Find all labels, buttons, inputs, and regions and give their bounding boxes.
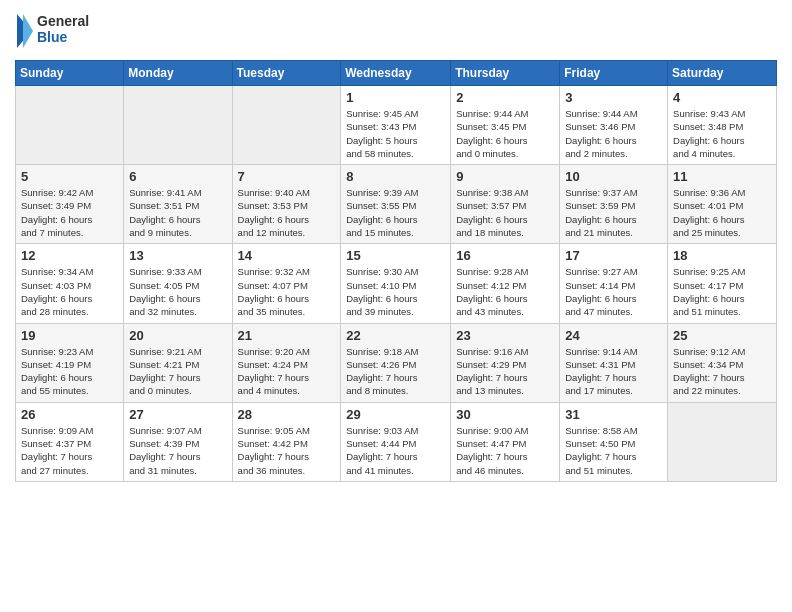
logo: General Blue	[15, 10, 95, 52]
day-detail: Sunrise: 9:18 AM Sunset: 4:26 PM Dayligh…	[346, 345, 445, 398]
day-number: 30	[456, 407, 554, 422]
calendar-cell: 28Sunrise: 9:05 AM Sunset: 4:42 PM Dayli…	[232, 402, 341, 481]
page: General Blue SundayMondayTuesdayWednesda…	[0, 0, 792, 497]
calendar-week-row: 1Sunrise: 9:45 AM Sunset: 3:43 PM Daylig…	[16, 86, 777, 165]
day-number: 22	[346, 328, 445, 343]
day-detail: Sunrise: 9:44 AM Sunset: 3:46 PM Dayligh…	[565, 107, 662, 160]
calendar-cell: 17Sunrise: 9:27 AM Sunset: 4:14 PM Dayli…	[560, 244, 668, 323]
day-detail: Sunrise: 9:37 AM Sunset: 3:59 PM Dayligh…	[565, 186, 662, 239]
day-detail: Sunrise: 9:25 AM Sunset: 4:17 PM Dayligh…	[673, 265, 771, 318]
day-detail: Sunrise: 9:34 AM Sunset: 4:03 PM Dayligh…	[21, 265, 118, 318]
calendar-cell	[16, 86, 124, 165]
day-detail: Sunrise: 9:12 AM Sunset: 4:34 PM Dayligh…	[673, 345, 771, 398]
calendar-cell: 7Sunrise: 9:40 AM Sunset: 3:53 PM Daylig…	[232, 165, 341, 244]
day-number: 13	[129, 248, 226, 263]
day-number: 18	[673, 248, 771, 263]
day-detail: Sunrise: 9:39 AM Sunset: 3:55 PM Dayligh…	[346, 186, 445, 239]
calendar-cell: 1Sunrise: 9:45 AM Sunset: 3:43 PM Daylig…	[341, 86, 451, 165]
day-detail: Sunrise: 9:23 AM Sunset: 4:19 PM Dayligh…	[21, 345, 118, 398]
calendar-cell: 12Sunrise: 9:34 AM Sunset: 4:03 PM Dayli…	[16, 244, 124, 323]
calendar-cell	[124, 86, 232, 165]
day-number: 31	[565, 407, 662, 422]
day-number: 25	[673, 328, 771, 343]
day-detail: Sunrise: 9:03 AM Sunset: 4:44 PM Dayligh…	[346, 424, 445, 477]
day-number: 23	[456, 328, 554, 343]
day-number: 11	[673, 169, 771, 184]
day-number: 21	[238, 328, 336, 343]
day-detail: Sunrise: 9:20 AM Sunset: 4:24 PM Dayligh…	[238, 345, 336, 398]
calendar-cell: 5Sunrise: 9:42 AM Sunset: 3:49 PM Daylig…	[16, 165, 124, 244]
calendar-cell	[668, 402, 777, 481]
day-number: 3	[565, 90, 662, 105]
day-number: 10	[565, 169, 662, 184]
day-number: 1	[346, 90, 445, 105]
calendar-week-row: 5Sunrise: 9:42 AM Sunset: 3:49 PM Daylig…	[16, 165, 777, 244]
day-number: 20	[129, 328, 226, 343]
day-detail: Sunrise: 9:40 AM Sunset: 3:53 PM Dayligh…	[238, 186, 336, 239]
header: General Blue	[15, 10, 777, 52]
day-detail: Sunrise: 9:05 AM Sunset: 4:42 PM Dayligh…	[238, 424, 336, 477]
day-detail: Sunrise: 9:36 AM Sunset: 4:01 PM Dayligh…	[673, 186, 771, 239]
calendar-cell: 9Sunrise: 9:38 AM Sunset: 3:57 PM Daylig…	[451, 165, 560, 244]
day-number: 26	[21, 407, 118, 422]
calendar-cell: 16Sunrise: 9:28 AM Sunset: 4:12 PM Dayli…	[451, 244, 560, 323]
day-number: 24	[565, 328, 662, 343]
calendar-cell: 29Sunrise: 9:03 AM Sunset: 4:44 PM Dayli…	[341, 402, 451, 481]
calendar-cell: 18Sunrise: 9:25 AM Sunset: 4:17 PM Dayli…	[668, 244, 777, 323]
weekday-header-monday: Monday	[124, 61, 232, 86]
calendar-cell: 8Sunrise: 9:39 AM Sunset: 3:55 PM Daylig…	[341, 165, 451, 244]
calendar-cell: 6Sunrise: 9:41 AM Sunset: 3:51 PM Daylig…	[124, 165, 232, 244]
calendar-cell: 25Sunrise: 9:12 AM Sunset: 4:34 PM Dayli…	[668, 323, 777, 402]
day-number: 12	[21, 248, 118, 263]
calendar-week-row: 26Sunrise: 9:09 AM Sunset: 4:37 PM Dayli…	[16, 402, 777, 481]
calendar-cell: 24Sunrise: 9:14 AM Sunset: 4:31 PM Dayli…	[560, 323, 668, 402]
day-detail: Sunrise: 9:41 AM Sunset: 3:51 PM Dayligh…	[129, 186, 226, 239]
day-number: 6	[129, 169, 226, 184]
calendar-cell: 15Sunrise: 9:30 AM Sunset: 4:10 PM Dayli…	[341, 244, 451, 323]
day-number: 17	[565, 248, 662, 263]
calendar-cell: 27Sunrise: 9:07 AM Sunset: 4:39 PM Dayli…	[124, 402, 232, 481]
svg-text:Blue: Blue	[37, 29, 68, 45]
day-detail: Sunrise: 9:42 AM Sunset: 3:49 PM Dayligh…	[21, 186, 118, 239]
calendar-body: 1Sunrise: 9:45 AM Sunset: 3:43 PM Daylig…	[16, 86, 777, 482]
calendar-cell: 20Sunrise: 9:21 AM Sunset: 4:21 PM Dayli…	[124, 323, 232, 402]
day-number: 16	[456, 248, 554, 263]
calendar-cell: 14Sunrise: 9:32 AM Sunset: 4:07 PM Dayli…	[232, 244, 341, 323]
day-detail: Sunrise: 9:44 AM Sunset: 3:45 PM Dayligh…	[456, 107, 554, 160]
day-number: 7	[238, 169, 336, 184]
calendar-cell: 21Sunrise: 9:20 AM Sunset: 4:24 PM Dayli…	[232, 323, 341, 402]
day-number: 29	[346, 407, 445, 422]
day-detail: Sunrise: 9:43 AM Sunset: 3:48 PM Dayligh…	[673, 107, 771, 160]
day-detail: Sunrise: 9:21 AM Sunset: 4:21 PM Dayligh…	[129, 345, 226, 398]
calendar-cell: 11Sunrise: 9:36 AM Sunset: 4:01 PM Dayli…	[668, 165, 777, 244]
calendar-header-row: SundayMondayTuesdayWednesdayThursdayFrid…	[16, 61, 777, 86]
calendar-cell: 22Sunrise: 9:18 AM Sunset: 4:26 PM Dayli…	[341, 323, 451, 402]
calendar-cell	[232, 86, 341, 165]
calendar-cell: 31Sunrise: 8:58 AM Sunset: 4:50 PM Dayli…	[560, 402, 668, 481]
svg-marker-3	[23, 14, 33, 48]
day-number: 27	[129, 407, 226, 422]
day-number: 19	[21, 328, 118, 343]
day-number: 14	[238, 248, 336, 263]
day-detail: Sunrise: 9:16 AM Sunset: 4:29 PM Dayligh…	[456, 345, 554, 398]
calendar-cell: 2Sunrise: 9:44 AM Sunset: 3:45 PM Daylig…	[451, 86, 560, 165]
day-detail: Sunrise: 9:28 AM Sunset: 4:12 PM Dayligh…	[456, 265, 554, 318]
calendar-week-row: 12Sunrise: 9:34 AM Sunset: 4:03 PM Dayli…	[16, 244, 777, 323]
day-detail: Sunrise: 9:33 AM Sunset: 4:05 PM Dayligh…	[129, 265, 226, 318]
weekday-header-saturday: Saturday	[668, 61, 777, 86]
weekday-header-friday: Friday	[560, 61, 668, 86]
day-detail: Sunrise: 9:09 AM Sunset: 4:37 PM Dayligh…	[21, 424, 118, 477]
day-number: 4	[673, 90, 771, 105]
calendar-cell: 23Sunrise: 9:16 AM Sunset: 4:29 PM Dayli…	[451, 323, 560, 402]
calendar-table: SundayMondayTuesdayWednesdayThursdayFrid…	[15, 60, 777, 482]
calendar-cell: 30Sunrise: 9:00 AM Sunset: 4:47 PM Dayli…	[451, 402, 560, 481]
day-number: 5	[21, 169, 118, 184]
weekday-header-wednesday: Wednesday	[341, 61, 451, 86]
day-detail: Sunrise: 9:00 AM Sunset: 4:47 PM Dayligh…	[456, 424, 554, 477]
calendar-cell: 19Sunrise: 9:23 AM Sunset: 4:19 PM Dayli…	[16, 323, 124, 402]
day-detail: Sunrise: 9:07 AM Sunset: 4:39 PM Dayligh…	[129, 424, 226, 477]
day-detail: Sunrise: 9:38 AM Sunset: 3:57 PM Dayligh…	[456, 186, 554, 239]
weekday-header-sunday: Sunday	[16, 61, 124, 86]
day-detail: Sunrise: 8:58 AM Sunset: 4:50 PM Dayligh…	[565, 424, 662, 477]
svg-text:General: General	[37, 13, 89, 29]
